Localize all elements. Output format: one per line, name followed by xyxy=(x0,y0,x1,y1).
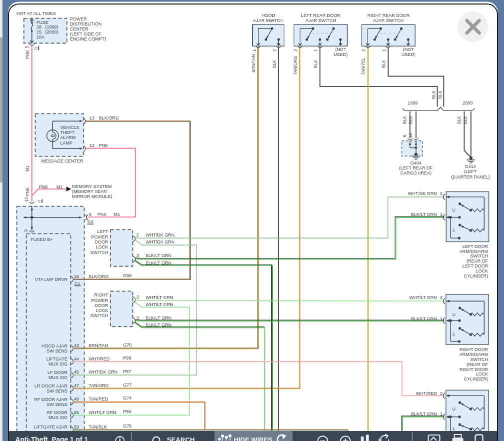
svg-text:VTA LMP DRVR: VTA LMP DRVR xyxy=(35,277,68,282)
svg-text:LF DOOR: LF DOOR xyxy=(47,370,68,375)
svg-text:2: 2 xyxy=(440,295,443,300)
svg-text:WHT/DK GRN: WHT/DK GRN xyxy=(146,232,175,238)
svg-text:WHT/DK GRN: WHT/DK GRN xyxy=(89,370,118,374)
svg-text:ARM/DISARM: ARM/DISARM xyxy=(459,249,488,254)
svg-text:LOCK: LOCK xyxy=(476,268,488,274)
svg-text:TAN/YEL: TAN/YEL xyxy=(361,58,366,75)
svg-text:SWITCH: SWITCH xyxy=(471,254,489,258)
svg-text:LOCK: LOCK xyxy=(96,308,108,313)
svg-text:USED): USED) xyxy=(334,52,348,57)
svg-text:1: 1 xyxy=(440,316,443,322)
svg-text:WHT/RED: WHT/RED xyxy=(89,356,110,362)
svg-text:HOOD AJAR: HOOD AJAR xyxy=(41,344,68,348)
svg-text:ENGINE COMPT): ENGINE COMPT) xyxy=(70,36,106,42)
svg-text:(LEFT REAR OF: (LEFT REAR OF xyxy=(399,166,433,170)
svg-text:WHT/LT GRN: WHT/LT GRN xyxy=(146,302,173,307)
svg-text:L: L xyxy=(453,228,455,232)
svg-text:13: 13 xyxy=(24,197,29,202)
svg-text:L: L xyxy=(453,332,455,336)
svg-text:2: 2 xyxy=(440,391,443,396)
svg-text:WHT/LT GRN: WHT/LT GRN xyxy=(146,295,173,300)
svg-text:3: 3 xyxy=(136,316,139,320)
svg-text:47: 47 xyxy=(74,383,79,388)
svg-text:8: 8 xyxy=(402,135,407,138)
svg-text:BLK: BLK xyxy=(438,90,443,98)
svg-text:POWER: POWER xyxy=(70,16,87,22)
svg-text:BLK/LT GRN: BLK/LT GRN xyxy=(411,212,437,217)
svg-text:HIDE WIRES: HIDE WIRES xyxy=(234,436,273,441)
svg-text:LEFT DOOR: LEFT DOOR xyxy=(463,264,489,268)
svg-text:1: 1 xyxy=(440,412,443,416)
svg-text:CYLINDER): CYLINDER) xyxy=(464,376,488,382)
svg-text:SW SENS: SW SENS xyxy=(46,348,67,354)
svg-text:(NOT: (NOT xyxy=(403,47,414,52)
svg-text:BLK/LT GRN: BLK/LT GRN xyxy=(146,316,172,320)
svg-text:BLK: BLK xyxy=(431,90,436,98)
svg-text:AJAR SWITCH: AJAR SWITCH xyxy=(253,18,283,23)
svg-text:PNK: PNK xyxy=(25,50,30,59)
svg-text:RIGHT DOOR: RIGHT DOOR xyxy=(460,347,489,352)
svg-text:WHT/LT GRN: WHT/LT GRN xyxy=(89,410,116,415)
svg-text:TAN/ORG: TAN/ORG xyxy=(293,56,298,75)
svg-text:BLK: BLK xyxy=(457,116,462,124)
svg-text:C1: C1 xyxy=(74,281,80,286)
svg-text:BLK: BLK xyxy=(463,116,468,124)
svg-text:44: 44 xyxy=(74,356,79,362)
svg-text:G77: G77 xyxy=(123,382,132,388)
svg-text:M1: M1 xyxy=(114,212,120,217)
svg-text:G414: G414 xyxy=(465,164,476,169)
svg-text:LEFT REAR DOOR: LEFT REAR DOOR xyxy=(301,13,340,18)
svg-text:2: 2 xyxy=(361,49,366,52)
svg-text:VEHICLE: VEHICLE xyxy=(60,125,80,130)
svg-text:MUX SIG: MUX SIG xyxy=(48,415,67,420)
svg-text:ARM/DISARM: ARM/DISARM xyxy=(459,352,488,357)
svg-text:45: 45 xyxy=(74,370,79,374)
svg-text:6: 6 xyxy=(89,212,91,217)
svg-text:BLK/LT GRN: BLK/LT GRN xyxy=(146,322,172,328)
svg-text:LAMP: LAMP xyxy=(60,140,73,146)
svg-text:1999: 1999 xyxy=(408,100,418,106)
svg-text:M1: M1 xyxy=(25,166,30,172)
svg-text:55: 55 xyxy=(74,410,79,415)
svg-text:THEFT: THEFT xyxy=(60,130,75,135)
svg-text:P98: P98 xyxy=(123,356,131,360)
svg-text:2: 2 xyxy=(136,294,139,300)
svg-text:HOT AT ALL TIMES: HOT AT ALL TIMES xyxy=(16,11,56,16)
svg-text:SWITCH: SWITCH xyxy=(471,357,489,362)
svg-text:TAN/BLK: TAN/BLK xyxy=(89,424,107,430)
svg-text:RIGHT REAR DOOR: RIGHT REAR DOOR xyxy=(367,13,410,18)
svg-text:(LEFT: (LEFT xyxy=(464,169,477,174)
svg-text:WHT/DK GRN: WHT/DK GRN xyxy=(408,191,437,196)
svg-text:FUSED B+: FUSED B+ xyxy=(31,237,53,242)
svg-text:BLK/ORG: BLK/ORG xyxy=(89,274,109,279)
svg-text:BLK/ORG: BLK/ORG xyxy=(99,116,119,120)
svg-text:1: 1 xyxy=(313,49,318,52)
svg-text:LEFT DOOR: LEFT DOOR xyxy=(463,244,489,249)
svg-text:(NOT: (NOT xyxy=(335,47,346,52)
svg-text:(MEMORY SEAT/: (MEMORY SEAT/ xyxy=(72,189,108,194)
svg-text:48: 48 xyxy=(74,396,79,402)
svg-text:G70: G70 xyxy=(123,342,132,348)
svg-text:LOCK: LOCK xyxy=(476,372,488,376)
svg-text:G69: G69 xyxy=(123,273,132,278)
svg-text:G78: G78 xyxy=(123,424,132,428)
svg-text:MIRROR MODULE): MIRROR MODULE) xyxy=(72,194,112,199)
svg-text:BLK/LT GRN: BLK/LT GRN xyxy=(146,260,172,266)
svg-text:BLK: BLK xyxy=(402,116,407,124)
svg-text:(REAR OF: (REAR OF xyxy=(467,258,489,264)
svg-text:15: 15 xyxy=(36,30,41,34)
svg-text:G404: G404 xyxy=(410,160,421,166)
svg-text:CARGO AREA): CARGO AREA) xyxy=(400,170,432,176)
svg-text:5: 5 xyxy=(24,46,29,48)
svg-text:CENTER: CENTER xyxy=(70,26,89,32)
svg-text:BLK/LT GRN: BLK/LT GRN xyxy=(411,316,437,322)
svg-text:28: 28 xyxy=(36,24,41,30)
svg-text:1: 1 xyxy=(440,212,443,217)
svg-text:PNK: PNK xyxy=(97,212,107,217)
svg-text:LIFTGATE: LIFTGATE xyxy=(46,356,67,362)
svg-text:WHT/RED: WHT/RED xyxy=(416,391,437,396)
svg-text:BRN/TAN: BRN/TAN xyxy=(251,54,256,72)
svg-text:(REAR OF: (REAR OF xyxy=(467,362,489,367)
svg-text:LEFT: LEFT xyxy=(97,229,108,234)
svg-text:G74: G74 xyxy=(123,396,132,400)
